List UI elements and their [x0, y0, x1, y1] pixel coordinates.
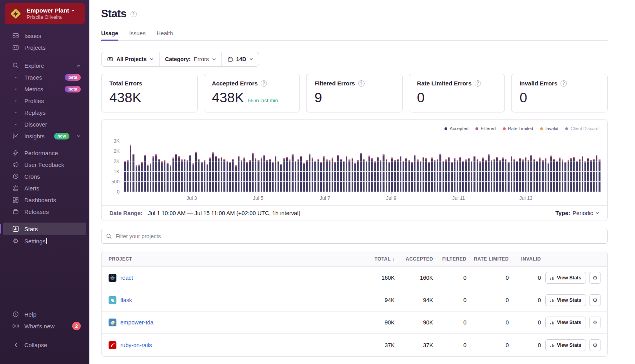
column-header-project[interactable]: PROJECT [102, 256, 355, 262]
chart-bar-cap [525, 157, 526, 158]
sidebar-item-performance[interactable]: Performance [3, 147, 86, 159]
project-link[interactable]: flask [120, 297, 132, 303]
chevron-down-icon [212, 57, 216, 61]
sidebar-item-dashboards[interactable]: Dashboards [3, 194, 86, 206]
view-stats-button[interactable]: View Stats [545, 317, 586, 328]
cell-invalid: 0 [510, 319, 542, 326]
sidebar-item-projects[interactable]: Projects [3, 42, 86, 53]
chart-bar [309, 154, 310, 192]
chart-bar-cap [195, 152, 197, 153]
category-filter-dropdown[interactable]: Category: Errors [159, 52, 221, 66]
help-icon[interactable]: ? [475, 80, 481, 87]
org-switcher[interactable]: Empower Plant Priscila Oliveira [5, 3, 85, 24]
chart-bar [383, 154, 384, 192]
column-header-total[interactable]: TOTAL ↓ [355, 256, 396, 262]
view-stats-button[interactable]: View Stats [545, 272, 586, 284]
project-settings-gear-button[interactable]: ⚙ [589, 339, 601, 351]
tab-bar: Usage Issues Health [101, 30, 608, 41]
sidebar-item-insights[interactable]: Insights new [3, 130, 86, 142]
bullet-icon [12, 89, 20, 90]
chart-bar-cap [181, 159, 183, 161]
chart-bar [241, 160, 242, 192]
chart-bar-cap [263, 155, 265, 156]
sidebar-section-explore[interactable]: Explore [3, 60, 86, 71]
chart-bar [445, 159, 447, 192]
page-title-help-icon[interactable]: ? [131, 11, 137, 17]
help-icon[interactable]: ? [261, 80, 267, 87]
search-input[interactable] [101, 229, 608, 244]
sidebar-item-releases[interactable]: Releases [3, 206, 86, 217]
project-link[interactable]: empower-tda [120, 319, 154, 326]
chart-bar [235, 165, 236, 192]
chart-bar [246, 162, 248, 192]
chart-bar [278, 161, 279, 192]
sidebar-item-metrics[interactable]: Metrics beta [3, 83, 86, 95]
legend-item[interactable]: Filtered [475, 126, 495, 131]
chart-bar-cap [496, 157, 498, 158]
sidebar-item-alerts[interactable]: Alerts [3, 182, 86, 194]
help-icon: ? [12, 311, 20, 318]
chart-bar-cap [397, 159, 399, 160]
column-header-rate-limited[interactable]: RATE LIMITED [468, 256, 510, 262]
tab-issues[interactable]: Issues [129, 30, 146, 40]
chart-bar [485, 160, 486, 192]
sidebar-item-help[interactable]: ? Help [3, 308, 86, 320]
chart-bar-cap [223, 159, 225, 160]
chart-bar [227, 161, 228, 192]
sidebar-item-issues[interactable]: Issues [3, 30, 86, 42]
x-axis-label: Jul 7 [320, 196, 330, 201]
legend-item[interactable]: Invalid [540, 126, 558, 131]
chart-legend: AcceptedFilteredRate LimitedInvalidClien… [105, 125, 601, 135]
chart-bar-cap [431, 158, 433, 159]
chart-bar-cap [152, 156, 154, 158]
view-stats-button[interactable]: View Stats [545, 339, 586, 351]
chart-bar-cap [136, 165, 137, 167]
help-icon[interactable]: ? [561, 80, 567, 87]
chart-bar-cap [280, 164, 282, 165]
chart-bar [215, 156, 217, 192]
sidebar-collapse-button[interactable]: Collapse [3, 339, 86, 351]
sidebar-item-stats[interactable]: Stats [3, 223, 86, 235]
project-settings-gear-button[interactable]: ⚙ [589, 272, 601, 284]
legend-item[interactable]: Accepted [444, 126, 468, 131]
chart-bar [548, 163, 549, 192]
chart-bar-cap [508, 162, 509, 163]
sidebar-item-profiles[interactable]: Profiles [3, 95, 86, 107]
projects-window-icon [107, 56, 113, 62]
sidebar-item-traces[interactable]: Traces beta [3, 71, 86, 83]
chart-bar-cap [147, 165, 149, 166]
sidebar-item-whats-new[interactable]: What's new 2 [3, 320, 86, 332]
project-settings-gear-button[interactable]: ⚙ [589, 294, 601, 306]
legend-item[interactable]: Rate Limited [503, 126, 533, 131]
project-link[interactable]: react [120, 275, 133, 281]
chart-bar [579, 159, 581, 192]
chart-bar [189, 155, 191, 192]
sidebar-item-crons[interactable]: Crons [3, 170, 86, 182]
project-settings-gear-button[interactable]: ⚙ [589, 317, 601, 328]
column-header-invalid[interactable]: INVALID [510, 256, 542, 262]
view-stats-button[interactable]: View Stats [545, 294, 586, 306]
column-header-filtered[interactable]: FILTERED [435, 256, 468, 262]
search-icon [106, 233, 112, 241]
type-dropdown[interactable]: Type: Periodic [555, 210, 599, 216]
tab-health[interactable]: Health [156, 30, 173, 40]
column-header-accepted[interactable]: ACCEPTED [396, 256, 435, 262]
sidebar-item-user-feedback[interactable]: User Feedback [3, 159, 86, 170]
sidebar-item-replays[interactable]: Replays [3, 107, 86, 118]
chart-bar [178, 156, 180, 192]
legend-item[interactable]: Client Discard [565, 126, 599, 131]
sidebar-item-discover[interactable]: Discover [3, 118, 86, 130]
chart-bar [332, 158, 333, 192]
sidebar-item-label: Alerts [24, 185, 39, 192]
project-link[interactable]: ruby-on-rails [120, 342, 152, 348]
chart-bar [468, 158, 470, 192]
chart-bar [443, 161, 444, 192]
project-filter-dropdown[interactable]: All Projects [102, 52, 159, 66]
help-icon[interactable]: ? [358, 80, 365, 87]
sidebar-item-settings[interactable]: ⚙ Settings [3, 235, 86, 247]
y-axis-label: 500 [111, 179, 120, 185]
chart-bar-cap [189, 155, 191, 156]
tab-usage[interactable]: Usage [101, 30, 118, 40]
date-range-dropdown[interactable]: 14D [221, 52, 259, 66]
chart-bar-cap [232, 159, 234, 160]
